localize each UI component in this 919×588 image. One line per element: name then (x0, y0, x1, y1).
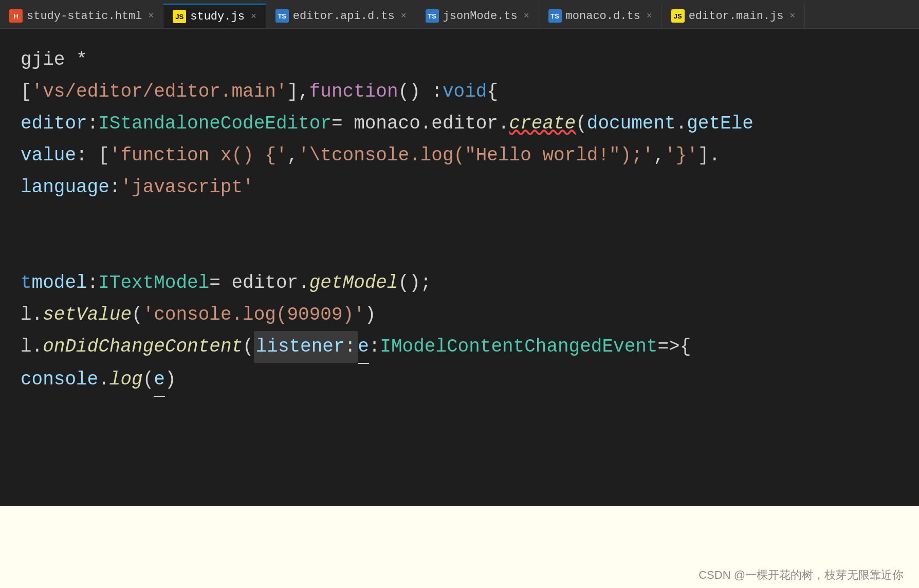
code-text: ( (576, 108, 587, 140)
code-text: model (32, 267, 87, 299)
code-text: 'javascript' (120, 172, 253, 204)
code-text: 'function x() {' (109, 140, 287, 172)
code-line-1: gjie * (21, 44, 898, 76)
code-text: listener (256, 336, 345, 357)
code-text: () : (398, 76, 443, 108)
code-text: : (369, 331, 380, 363)
tab-label: monaco.d.ts (566, 10, 640, 23)
code-line-11: console.log(e) (21, 364, 898, 397)
code-line-3: editor : IStandaloneCodeEditor = monaco.… (21, 108, 898, 140)
code-editor[interactable]: gjie * ['vs/editor/editor.main'], functi… (0, 29, 919, 588)
code-text: . (676, 108, 687, 140)
code-text: : (87, 267, 99, 299)
code-text: e (154, 364, 165, 397)
param-hint: listener: (254, 331, 358, 363)
tab-bar: H study-static.html × JS study.js × TS e… (0, 0, 919, 29)
code-text: l. (21, 299, 43, 331)
tab-label: study-static.html (27, 10, 142, 23)
js-icon: JS (173, 10, 186, 23)
tab-label: editor.api.d.ts (293, 10, 395, 23)
code-text: gjie * (21, 44, 87, 76)
html-icon: H (9, 9, 23, 23)
keyword-function: function (309, 76, 398, 108)
tab-label: editor.main.js (689, 10, 784, 23)
tab-close-2[interactable]: × (251, 11, 256, 22)
code-text: IStandaloneCodeEditor (98, 108, 332, 140)
code-text: : (109, 172, 121, 204)
code-text: l. (21, 331, 43, 363)
code-text: ITextModel (98, 267, 209, 299)
code-line-2: ['vs/editor/editor.main'], function () :… (21, 76, 898, 108)
code-text: 'console.log(90909)' (143, 299, 365, 331)
code-text: : [ (76, 140, 109, 172)
code-text: ) (365, 299, 376, 331)
code-text: t (21, 267, 32, 299)
code-text: value (21, 140, 76, 172)
ts-icon-2: TS (426, 9, 439, 23)
code-text: = editor. (209, 267, 309, 299)
tab-study-static-html[interactable]: H study-static.html × (0, 4, 163, 28)
watermark: CSDN @一棵开花的树，枝芽无限靠近你 (683, 562, 919, 588)
code-text: . (98, 364, 109, 396)
code-line-5: language: 'javascript' (21, 172, 898, 204)
ts-icon: TS (275, 9, 289, 23)
code-text: 'vs/editor/editor.main' (32, 76, 287, 108)
code-line-9: l.setValue('console.log(90909)') (21, 299, 898, 331)
code-line-6 (21, 204, 898, 235)
code-text: '\tconsole.log("Hello world!");' (298, 140, 653, 172)
code-text: '}' (665, 140, 698, 172)
tab-editor-main-js[interactable]: JS editor.main.js × (662, 4, 805, 28)
tab-close-5[interactable]: × (647, 11, 652, 21)
code-text: log (109, 364, 143, 396)
code-line-4: value: ['function x() {', '\tconsole.log… (21, 140, 898, 172)
code-text: IModelContentChangedEvent (380, 331, 657, 363)
tab-close-3[interactable]: × (401, 11, 407, 21)
code-text: ) (165, 364, 176, 396)
code-text: document (587, 108, 676, 140)
code-text: console (21, 364, 98, 396)
type-void: void (443, 76, 487, 108)
tab-label: study.js (190, 10, 245, 23)
tab-close-6[interactable]: × (789, 11, 795, 21)
code-text: ( (132, 299, 143, 331)
code-content: gjie * ['vs/editor/editor.main'], functi… (0, 44, 919, 397)
code-line-8: t model : ITextModel = editor.getModel()… (21, 267, 898, 299)
code-text: editor (21, 108, 87, 140)
watermark-text: CSDN @一棵开花的树，枝芽无限靠近你 (699, 568, 904, 581)
code-line-7 (21, 235, 898, 267)
code-text: ( (243, 331, 254, 363)
code-text: ]. (698, 140, 720, 172)
tab-jsonMode-ts[interactable]: TS jsonMode.ts × (416, 4, 539, 28)
tab-monaco-d-ts[interactable]: TS monaco.d.ts × (539, 4, 662, 28)
code-text: getModel (309, 267, 398, 299)
code-text: getEle (687, 108, 753, 140)
tab-study-js[interactable]: JS study.js × (163, 4, 266, 28)
js-icon-2: JS (671, 9, 685, 23)
code-text: : (87, 108, 99, 140)
code-text: = monaco.editor. (332, 108, 509, 140)
code-text: [ (21, 76, 32, 108)
code-line-10: l.onDidChangeContent( listener: e : IMod… (21, 331, 898, 364)
code-text: , (287, 140, 299, 172)
code-text: : (345, 336, 356, 357)
tab-close-4[interactable]: × (524, 11, 529, 21)
code-text: ( (143, 364, 154, 396)
code-text: =>{ (657, 331, 691, 363)
code-text: ], (287, 76, 309, 108)
code-text: language (21, 172, 109, 204)
code-text: create (509, 108, 576, 140)
code-text: { (487, 76, 498, 108)
tab-editor-api-d-ts[interactable]: TS editor.api.d.ts × (266, 4, 416, 28)
ts-icon-3: TS (548, 9, 562, 23)
tab-close-1[interactable]: × (148, 11, 154, 21)
code-text: (); (398, 267, 432, 299)
tab-label: jsonMode.ts (443, 10, 518, 23)
code-text: setValue (43, 299, 132, 331)
code-text: , (653, 140, 665, 172)
code-text: onDidChangeContent (43, 331, 243, 363)
code-text: e (358, 331, 369, 364)
